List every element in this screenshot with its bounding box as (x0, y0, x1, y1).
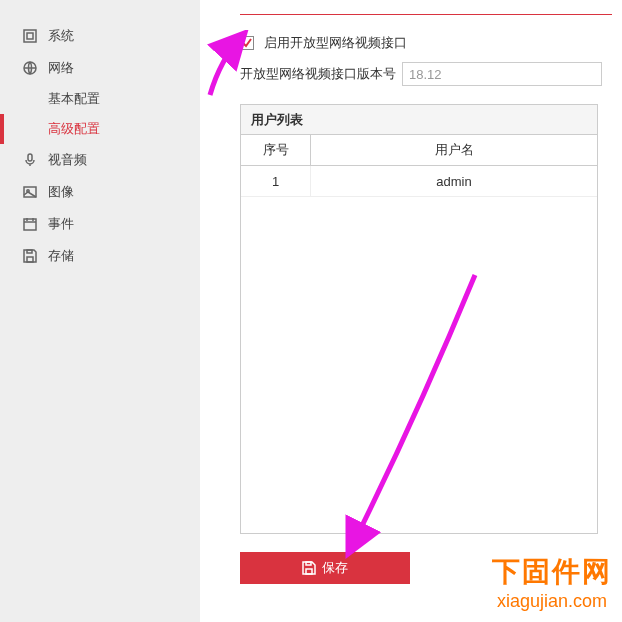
image-icon (20, 182, 40, 202)
svg-rect-8 (27, 250, 32, 253)
version-row: 开放型网络视频接口版本号 (240, 62, 612, 86)
sidebar: 系统 网络 基本配置 高级配置 视音频 图像 事件 存储 (0, 0, 200, 622)
svg-rect-9 (306, 569, 312, 574)
sidebar-item-label: 网络 (48, 59, 74, 77)
svg-rect-6 (24, 219, 36, 230)
sidebar-item-label: 存储 (48, 247, 74, 265)
sidebar-subitem-label: 高级配置 (48, 120, 100, 138)
sidebar-item-event[interactable]: 事件 (0, 208, 200, 240)
microphone-icon (20, 150, 40, 170)
sidebar-item-label: 图像 (48, 183, 74, 201)
svg-rect-1 (27, 33, 33, 39)
table-body: 1 admin (241, 166, 597, 533)
network-icon (20, 58, 40, 78)
cell-seq: 1 (241, 166, 311, 196)
watermark: 下固件网 xiagujian.com (492, 553, 612, 612)
svg-rect-10 (306, 562, 311, 565)
version-label: 开放型网络视频接口版本号 (240, 65, 396, 83)
enable-label: 启用开放型网络视频接口 (264, 34, 407, 52)
column-seq: 序号 (241, 135, 311, 165)
svg-rect-3 (28, 154, 32, 161)
sidebar-item-label: 事件 (48, 215, 74, 233)
table-title: 用户列表 (241, 105, 597, 135)
sidebar-item-label: 视音频 (48, 151, 87, 169)
svg-rect-7 (27, 257, 33, 262)
calendar-icon (20, 214, 40, 234)
save-label: 保存 (322, 559, 348, 577)
sidebar-item-network[interactable]: 网络 (0, 52, 200, 84)
cell-user: admin (311, 166, 597, 196)
sidebar-item-storage[interactable]: 存储 (0, 240, 200, 272)
watermark-cn: 下固件网 (492, 553, 612, 591)
sidebar-subitem-label: 基本配置 (48, 90, 100, 108)
main-content: 启用开放型网络视频接口 开放型网络视频接口版本号 用户列表 序号 用户名 1 a… (220, 0, 622, 584)
version-input[interactable] (402, 62, 602, 86)
save-icon (302, 561, 316, 575)
enable-checkbox[interactable] (240, 36, 254, 50)
save-button[interactable]: 保存 (240, 552, 410, 584)
sidebar-item-unknown[interactable] (0, 0, 200, 20)
sidebar-item-system[interactable]: 系统 (0, 20, 200, 52)
sidebar-subitem-advanced-config[interactable]: 高级配置 (0, 114, 200, 144)
svg-rect-0 (24, 30, 36, 42)
save-icon (20, 246, 40, 266)
system-icon (20, 26, 40, 46)
table-header: 序号 用户名 (241, 135, 597, 166)
sidebar-item-av[interactable]: 视音频 (0, 144, 200, 176)
watermark-en: xiagujian.com (492, 591, 612, 612)
check-icon (241, 37, 253, 49)
column-user: 用户名 (311, 135, 597, 165)
user-table: 用户列表 序号 用户名 1 admin (240, 104, 598, 534)
enable-row: 启用开放型网络视频接口 (240, 34, 612, 52)
sidebar-item-image[interactable]: 图像 (0, 176, 200, 208)
table-row[interactable]: 1 admin (241, 166, 597, 197)
sidebar-item-label: 系统 (48, 27, 74, 45)
sidebar-subitem-basic-config[interactable]: 基本配置 (0, 84, 200, 114)
